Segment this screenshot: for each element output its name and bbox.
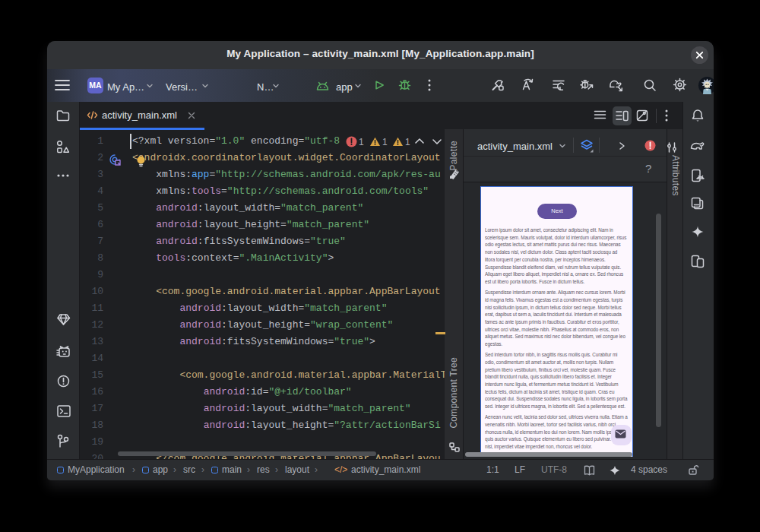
svg-text:1: 1: [382, 137, 388, 147]
svg-text:1: 1: [405, 137, 410, 147]
svg-text:1: 1: [359, 137, 364, 147]
